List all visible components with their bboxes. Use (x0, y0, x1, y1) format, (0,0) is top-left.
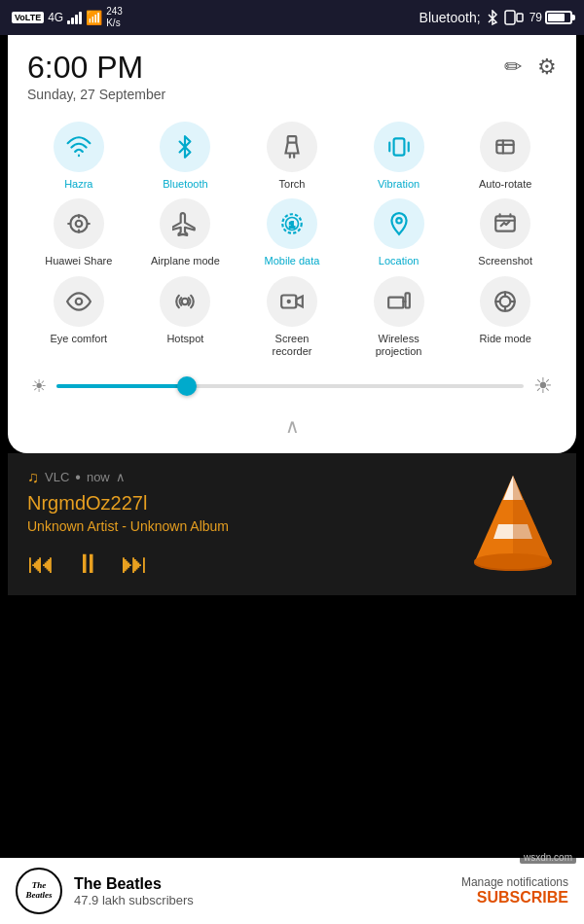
collapse-arrow-icon[interactable]: ∧ (285, 414, 300, 438)
toggle-hotspot[interactable]: Hotspot (134, 276, 237, 358)
svg-point-12 (76, 298, 83, 304)
vlc-pause-button[interactable]: ⏸ (74, 548, 101, 580)
toggle-screenshot[interactable]: Screenshot (454, 198, 557, 267)
toggle-wireless-projection[interactable]: Wirelessprojection (347, 276, 451, 358)
beatles-name: The Beatles (74, 875, 450, 893)
svg-text:1: 1 (289, 220, 295, 231)
toggle-vibration[interactable]: Vibration (347, 122, 451, 191)
signal-bars (67, 11, 82, 24)
slider-fill (56, 384, 187, 388)
toggle-grid: Hazra Bluetooth Torch (27, 122, 557, 358)
volte-badge: VoLTE (12, 12, 44, 23)
toggle-autorotate[interactable]: Auto-rotate (454, 122, 557, 191)
toggle-eye-comfort[interactable]: Eye comfort (27, 276, 130, 358)
status-right: Bluetooth; 79 (420, 10, 572, 25)
eye-comfort-label: Eye comfort (50, 333, 107, 345)
hotspot-toggle-icon (160, 276, 210, 327)
toggle-wifi[interactable]: Hazra (27, 122, 130, 191)
battery-percent: 79 (529, 11, 542, 24)
screen-recorder-label: Screenrecorder (273, 333, 312, 358)
beatles-logo: TheBeatles (16, 868, 62, 914)
beatles-subscribe-section: Manage notifications SUBSCRIBE (461, 875, 568, 906)
vlc-next-button[interactable]: ⏭ (121, 548, 148, 580)
beatles-subscribers: 47.9 lakh subscribers (74, 893, 450, 907)
subscribe-button[interactable]: SUBSCRIBE (477, 889, 568, 906)
bluetooth-status-icon: Bluetooth; (420, 10, 481, 25)
toggle-huawei-share[interactable]: Huawei Share (27, 198, 130, 267)
wifi-toggle-icon (54, 122, 104, 172)
status-bar: VoLTE 4G 📶 243K/s Bluetooth; 79 (0, 0, 584, 35)
edit-icon[interactable]: ✏ (504, 54, 522, 80)
svg-rect-1 (517, 14, 523, 21)
svg-point-15 (287, 299, 291, 302)
bluetooth-toggle-icon (160, 122, 210, 172)
collapse-row: ∧ (27, 410, 557, 442)
battery-icon (545, 11, 572, 24)
wifi-label: Hazra (64, 178, 92, 191)
svg-rect-0 (505, 11, 515, 24)
svg-point-13 (182, 298, 189, 304)
watermark: wsxdn.com (520, 851, 576, 864)
header-icons: ✏ ⚙ (504, 54, 557, 80)
wifi-icon: 📶 (86, 10, 102, 25)
svg-point-25 (474, 553, 552, 569)
svg-marker-23 (513, 476, 552, 563)
phone-icon (504, 10, 524, 25)
svg-rect-2 (288, 136, 297, 143)
huawei-share-toggle-icon (54, 198, 104, 249)
wireless-projection-toggle-icon (374, 276, 424, 327)
brightness-row: ☀ ☀ (27, 373, 557, 399)
vlc-time: now (87, 470, 110, 484)
svg-point-19 (500, 296, 511, 306)
quick-settings-panel: 6:00 PM Sunday, 27 September ✏ ⚙ Hazra (8, 35, 576, 453)
brightness-high-icon: ☀ (533, 373, 553, 399)
torch-toggle-icon (267, 122, 317, 172)
network-type: 4G (48, 11, 63, 24)
brightness-low-icon: ☀ (31, 375, 47, 397)
screenshot-toggle-icon (480, 198, 530, 249)
location-label: Location (379, 255, 420, 267)
vibration-label: Vibration (378, 178, 420, 191)
toggle-ride-mode[interactable]: Ride mode (454, 276, 557, 358)
hotspot-label: Hotspot (166, 333, 203, 345)
svg-rect-17 (405, 293, 409, 307)
ride-mode-label: Ride mode (480, 333, 531, 345)
toggle-location[interactable]: Location (347, 198, 451, 267)
slider-thumb[interactable] (177, 376, 197, 396)
svg-rect-16 (388, 297, 403, 307)
toggle-airplane[interactable]: Airplane mode (134, 198, 237, 267)
status-left: VoLTE 4G 📶 243K/s (12, 6, 123, 29)
settings-icon[interactable]: ⚙ (537, 54, 557, 80)
bluetooth-label: Bluetooth (163, 178, 207, 191)
torch-label: Torch (279, 178, 306, 191)
vlc-prev-button[interactable]: ⏮ (27, 548, 55, 580)
wireless-projection-label: Wirelessprojection (376, 333, 422, 358)
screenshot-label: Screenshot (478, 255, 532, 267)
bluetooth-icon (487, 10, 498, 25)
mobile-data-label: Mobile data (265, 255, 320, 267)
toggle-torch[interactable]: Torch (240, 122, 344, 191)
beatles-bar: TheBeatles The Beatles 47.9 lakh subscri… (0, 858, 584, 924)
date-display: Sunday, 27 September (27, 87, 165, 102)
vlc-expand-icon[interactable]: ∧ (116, 470, 126, 484)
beatles-info: The Beatles 47.9 lakh subscribers (74, 875, 450, 907)
toggle-mobile-data[interactable]: 1 Mobile data (240, 198, 344, 267)
toggle-screen-recorder[interactable]: Screenrecorder (240, 276, 344, 358)
screen-recorder-toggle-icon (267, 276, 317, 327)
airplane-label: Airplane mode (151, 255, 220, 267)
vlc-cone (469, 471, 557, 578)
brightness-slider[interactable] (56, 384, 524, 388)
mobile-data-toggle-icon: 1 (267, 198, 317, 249)
airplane-toggle-icon (160, 198, 210, 249)
svg-point-6 (76, 221, 83, 228)
huawei-share-label: Huawei Share (45, 255, 112, 267)
vlc-player: ♫ VLC • now ∧ NrgmdOz227l Unknown Artist… (8, 453, 576, 595)
vlc-music-icon: ♫ (27, 469, 39, 486)
time-section: 6:00 PM Sunday, 27 September (27, 51, 165, 102)
toggle-bluetooth[interactable]: Bluetooth (134, 122, 237, 191)
svg-rect-4 (497, 141, 514, 154)
svg-point-10 (396, 218, 401, 223)
autorotate-label: Auto-rotate (479, 178, 531, 191)
battery-fill (548, 14, 565, 21)
time-display: 6:00 PM (27, 51, 165, 85)
